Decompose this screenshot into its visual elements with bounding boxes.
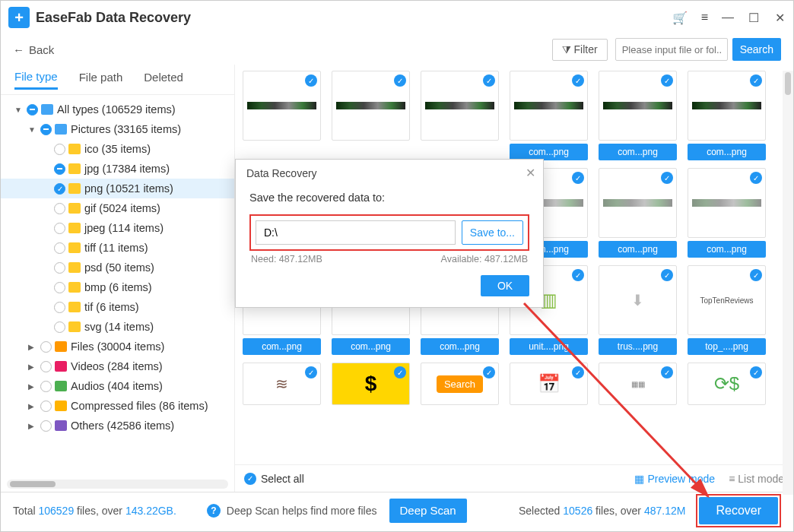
toolbar: ← Back ⧩ Filter Search <box>1 34 793 65</box>
checkbox-icon[interactable] <box>54 282 65 293</box>
recover-button[interactable]: Recover <box>699 497 778 524</box>
check-icon[interactable]: ✓ <box>305 74 317 87</box>
check-icon[interactable]: ✓ <box>750 172 762 184</box>
help-icon[interactable]: ? <box>207 504 221 518</box>
checkbox-icon[interactable] <box>54 262 65 274</box>
check-icon[interactable]: ✓ <box>572 269 584 281</box>
checkbox-icon[interactable] <box>40 361 52 372</box>
checkbox-icon[interactable] <box>54 223 65 234</box>
tree-svg[interactable]: svg (14 items) <box>1 317 234 337</box>
title-bar: + EaseFab Data Recovery 🛒 ≡ — ☐ ✕ <box>1 1 793 34</box>
check-icon[interactable]: ✓ <box>572 172 584 184</box>
tree-psd[interactable]: psd (50 items) <box>1 258 234 277</box>
deep-scan-button[interactable]: Deep Scan <box>389 499 467 523</box>
check-icon[interactable]: ✓ <box>661 269 673 281</box>
dialog-close-button[interactable]: ✕ <box>526 166 535 180</box>
filter-icon: ⧩ <box>562 43 571 56</box>
tree-png[interactable]: png (10521 items) <box>1 179 234 198</box>
checkbox-icon[interactable] <box>40 401 52 412</box>
save-to-button[interactable]: Save to... <box>462 220 523 245</box>
checkbox-icon[interactable] <box>54 183 65 195</box>
maximize-button[interactable]: ☐ <box>748 11 760 24</box>
thumb-item[interactable]: ✓com...png <box>510 71 588 160</box>
tree-jpg[interactable]: jpg (17384 items) <box>1 159 234 179</box>
thumb-item[interactable]: ✓Search <box>421 363 499 405</box>
check-icon[interactable]: ✓ <box>661 366 673 378</box>
checkbox-icon[interactable] <box>54 321 65 333</box>
thumb-item[interactable]: ✓ <box>332 71 410 160</box>
check-icon[interactable]: ✓ <box>750 269 762 281</box>
app-logo-icon: + <box>8 7 30 28</box>
ok-button[interactable]: OK <box>481 275 529 296</box>
check-icon[interactable]: ✓ <box>572 366 584 378</box>
check-icon[interactable]: ✓ <box>572 74 584 87</box>
menu-list-icon[interactable]: ≡ <box>701 11 708 24</box>
thumb-item[interactable]: ✓com...png <box>599 71 677 160</box>
tree-files[interactable]: ▶Files (30004 items) <box>1 337 234 356</box>
thumb-item[interactable]: ✓📅 <box>510 363 588 405</box>
check-icon[interactable]: ✓ <box>750 74 762 87</box>
check-icon[interactable]: ✓ <box>394 74 406 87</box>
checkbox-icon[interactable] <box>40 341 52 353</box>
thumb-item[interactable]: ✓com...png <box>688 168 766 258</box>
back-button[interactable]: ← Back <box>13 43 54 56</box>
total-files-label: Total 106529 files, over 143.22GB. <box>13 505 176 517</box>
tree-pictures[interactable]: ▼Pictures (33165 items) <box>1 119 234 139</box>
minimize-button[interactable]: — <box>722 11 734 24</box>
tree-all-types[interactable]: ▼All types (106529 items) <box>1 100 234 119</box>
thumb-item[interactable]: ✓TopTenReviewstop_....png <box>688 265 766 355</box>
tab-file-path[interactable]: File path <box>79 71 123 88</box>
thumb-item[interactable]: ✓≋ <box>243 363 321 405</box>
check-icon[interactable]: ✓ <box>305 366 317 378</box>
tab-file-type[interactable]: File type <box>14 70 58 90</box>
tree-tiff[interactable]: tiff (11 items) <box>1 238 234 258</box>
cart-icon[interactable]: 🛒 <box>672 11 688 25</box>
thumb-item[interactable]: ✓▦▦ <box>599 363 677 405</box>
tree-horizontal-scrollbar[interactable] <box>7 480 228 489</box>
tree-jpeg[interactable]: jpeg (114 items) <box>1 218 234 238</box>
thumb-item[interactable]: ✓com...png <box>599 168 677 258</box>
grid-footer: ✓ Select all ▦ Preview mode ≡ List mode <box>235 464 793 492</box>
save-path-input[interactable] <box>256 220 456 245</box>
checkbox-icon[interactable] <box>54 203 65 214</box>
tree-audios[interactable]: ▶Audios (404 items) <box>1 376 234 396</box>
tree-gif[interactable]: gif (5024 items) <box>1 198 234 218</box>
checkbox-icon[interactable] <box>54 302 65 313</box>
filter-label: Filter <box>574 43 598 55</box>
checkbox-icon[interactable] <box>40 381 52 392</box>
thumb-item[interactable]: ✓$ <box>332 363 410 405</box>
check-icon[interactable]: ✓ <box>483 366 495 378</box>
tree-videos[interactable]: ▶Videos (284 items) <box>1 356 234 376</box>
checkbox-icon[interactable] <box>40 420 52 432</box>
tree-ico[interactable]: ico (35 items) <box>1 139 234 159</box>
thumb-item[interactable]: ✓ <box>421 71 499 160</box>
checkbox-icon[interactable] <box>54 163 65 175</box>
tree-bmp[interactable]: bmp (6 items) <box>1 277 234 297</box>
check-icon[interactable]: ✓ <box>661 74 673 87</box>
thumb-item[interactable]: ✓com...png <box>688 71 766 160</box>
check-icon[interactable]: ✓ <box>483 74 495 87</box>
thumb-item[interactable]: ✓⬇trus....png <box>599 265 677 355</box>
thumb-item[interactable]: ✓ <box>243 71 321 160</box>
checkbox-icon[interactable] <box>40 124 52 135</box>
thumb-item[interactable]: ✓⟳$ <box>688 363 766 405</box>
check-icon[interactable]: ✓ <box>750 366 762 378</box>
check-icon[interactable]: ✓ <box>394 366 406 378</box>
selected-files-label: Selected 10526 files, over 487.12M <box>519 505 686 517</box>
close-button[interactable]: ✕ <box>773 11 786 24</box>
tree-tif[interactable]: tif (6 items) <box>1 297 234 317</box>
search-input[interactable] <box>615 38 728 61</box>
list-mode-button[interactable]: ≡ List mode <box>729 473 784 485</box>
preview-mode-button[interactable]: ▦ Preview mode <box>634 473 715 485</box>
tab-deleted[interactable]: Deleted <box>144 71 183 88</box>
checkbox-icon[interactable] <box>54 242 65 254</box>
check-icon[interactable]: ✓ <box>661 172 673 184</box>
checkbox-icon[interactable] <box>54 144 65 155</box>
search-button[interactable]: Search <box>732 38 781 61</box>
tree-compressed[interactable]: ▶Compressed files (86 items) <box>1 396 234 416</box>
tree-others[interactable]: ▶Others (42586 items) <box>1 416 234 435</box>
vertical-scrollbar[interactable] <box>783 71 793 495</box>
filter-button[interactable]: ⧩ Filter <box>552 39 608 61</box>
checkbox-icon[interactable] <box>27 104 38 116</box>
select-all-checkbox[interactable]: ✓ Select all <box>244 473 304 485</box>
